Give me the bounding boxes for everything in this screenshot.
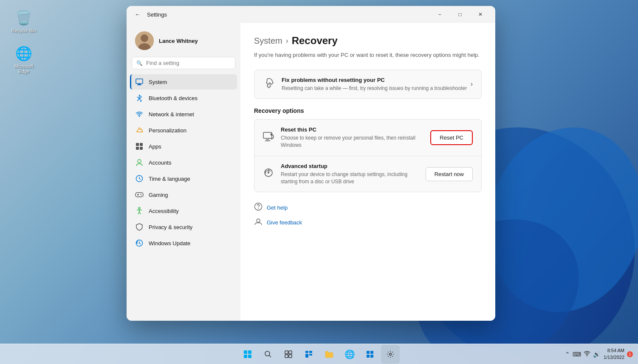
user-section: Lance Whitney — [130, 28, 237, 53]
svg-rect-16 — [136, 193, 143, 197]
edge-image: 🌐 — [15, 45, 32, 62]
task-view-button[interactable] — [279, 345, 298, 364]
get-help-icon — [254, 202, 263, 213]
sidebar-item-privacy-label: Privacy & security — [149, 224, 192, 230]
fix-card-left: Fix problems without resetting your PC R… — [263, 77, 467, 92]
advanced-startup-text: Advanced startup Restart your device to … — [281, 163, 426, 185]
start-button[interactable] — [238, 345, 257, 364]
time-section: 8:54 AM 1/13/2022 1 — [604, 347, 633, 361]
sidebar-item-accounts[interactable]: Accounts — [130, 155, 237, 170]
search-icon: 🔍 — [136, 60, 143, 66]
advanced-startup-left: Advanced startup Restart your device to … — [263, 163, 426, 185]
give-feedback-text: Give feedback — [267, 219, 302, 226]
taskbar-tray: ⌃ ⌨ 🔊 — [565, 350, 600, 358]
svg-rect-45 — [309, 354, 312, 356]
keyboard-icon[interactable]: ⌨ — [573, 351, 581, 358]
file-explorer-button[interactable] — [320, 345, 339, 364]
desktop: 🗑️ Recycle Bin 🌐 Microsoft Edge ← Settin… — [0, 0, 638, 364]
gaming-icon — [135, 190, 144, 199]
svg-point-20 — [141, 195, 142, 196]
svg-point-50 — [390, 353, 392, 355]
get-help-link[interactable]: Get help — [254, 202, 482, 213]
sidebar-item-time-label: Time & language — [149, 176, 190, 182]
sidebar-item-apps[interactable]: Apps — [130, 139, 237, 154]
advanced-startup-description: Restart your device to change startup se… — [281, 171, 426, 185]
search-input[interactable] — [146, 60, 231, 66]
svg-rect-24 — [263, 132, 272, 138]
sidebar-item-accessibility-label: Accessibility — [149, 208, 179, 214]
edge-icon-desktop[interactable]: 🌐 Microsoft Edge — [7, 42, 41, 76]
edge-taskbar-button[interactable]: 🌐 — [340, 345, 359, 364]
chevron-up-icon[interactable]: ⌃ — [565, 351, 570, 358]
taskbar: 🌐 ⌃ ⌨ — [0, 344, 638, 364]
sidebar-item-bluetooth[interactable]: Bluetooth & devices — [130, 90, 237, 106]
recycle-bin-image: 🗑️ — [15, 9, 32, 26]
svg-point-9 — [139, 116, 140, 117]
sidebar-item-network[interactable]: Network & internet — [130, 106, 237, 122]
svg-point-31 — [257, 219, 260, 222]
time-display: 8:54 AM — [604, 347, 624, 354]
close-button[interactable]: ✕ — [471, 8, 490, 21]
svg-point-21 — [138, 207, 140, 209]
title-bar: ← Settings − □ ✕ — [127, 6, 495, 23]
volume-icon[interactable]: 🔊 — [593, 351, 600, 358]
svg-rect-49 — [370, 355, 373, 358]
reset-pc-text: Reset this PC Choose to keep or remove y… — [281, 126, 430, 149]
sidebar-item-privacy[interactable]: Privacy & security — [130, 219, 237, 235]
store-button[interactable] — [361, 345, 379, 364]
widgets-button[interactable] — [299, 345, 318, 364]
notification-badge[interactable]: 1 — [627, 351, 633, 357]
fix-card-title: Fix problems without resetting your PC — [282, 77, 467, 83]
personalization-icon — [135, 126, 144, 134]
settings-taskbar-button[interactable] — [381, 345, 400, 364]
svg-rect-10 — [136, 143, 139, 146]
give-feedback-icon — [254, 217, 263, 228]
sidebar-item-system[interactable]: System — [130, 74, 237, 90]
network-tray-icon[interactable] — [584, 350, 590, 358]
fix-problems-card[interactable]: Fix problems without resetting your PC R… — [254, 70, 482, 99]
svg-point-4 — [141, 34, 148, 42]
svg-rect-39 — [289, 351, 292, 354]
search-box[interactable]: 🔍 — [132, 57, 235, 69]
sidebar-item-accessibility[interactable]: Accessibility — [130, 203, 237, 218]
svg-point-28 — [268, 172, 269, 174]
svg-rect-46 — [367, 351, 370, 354]
minimize-button[interactable]: − — [430, 8, 449, 21]
svg-point-36 — [265, 351, 270, 356]
recycle-bin-icon[interactable]: 🗑️ Recycle Bin — [7, 7, 41, 36]
date-display: 1/13/2022 — [604, 354, 624, 361]
window-controls: − □ ✕ — [430, 8, 490, 21]
window-title: Settings — [147, 11, 167, 18]
system-icon — [135, 78, 144, 86]
svg-rect-43 — [309, 351, 312, 353]
back-button[interactable]: ← — [132, 8, 144, 20]
reset-pc-row: Reset this PC Choose to keep or remove y… — [254, 120, 481, 156]
sidebar-item-network-label: Network & internet — [149, 111, 194, 118]
title-bar-left: ← Settings — [132, 8, 167, 20]
restart-now-button[interactable]: Restart now — [426, 167, 473, 181]
sidebar-item-time-language[interactable]: Time & language — [130, 171, 237, 186]
apps-icon — [135, 142, 144, 151]
maximize-button[interactable]: □ — [450, 8, 470, 21]
sidebar-nav: System Bluetooth & devices — [130, 74, 237, 251]
sidebar-item-system-label: System — [149, 79, 167, 85]
sidebar-item-windows-update[interactable]: Windows Update — [130, 235, 237, 251]
sidebar-item-accounts-label: Accounts — [149, 160, 171, 166]
taskbar-search-button[interactable] — [259, 345, 277, 364]
breadcrumb: System › Recovery — [254, 35, 482, 47]
sidebar-item-gaming[interactable]: Gaming — [130, 187, 237, 202]
give-feedback-link[interactable]: Give feedback — [254, 217, 482, 228]
svg-rect-32 — [244, 350, 247, 354]
sidebar-item-personalization[interactable]: Personalization — [130, 123, 237, 138]
svg-point-51 — [587, 355, 587, 356]
advanced-startup-icon — [263, 168, 274, 180]
taskbar-right: ⌃ ⌨ 🔊 8:54 AM 1/13/2022 1 — [565, 347, 633, 361]
taskbar-center: 🌐 — [238, 345, 400, 364]
sidebar: Lance Whitney 🔍 — [127, 23, 240, 321]
fix-card-arrow[interactable]: › — [471, 80, 473, 88]
svg-rect-41 — [289, 355, 292, 358]
edge-label: Microsoft Edge — [9, 64, 38, 74]
svg-rect-40 — [285, 355, 288, 358]
svg-rect-11 — [140, 143, 143, 146]
reset-pc-button[interactable]: Reset PC — [430, 130, 473, 145]
